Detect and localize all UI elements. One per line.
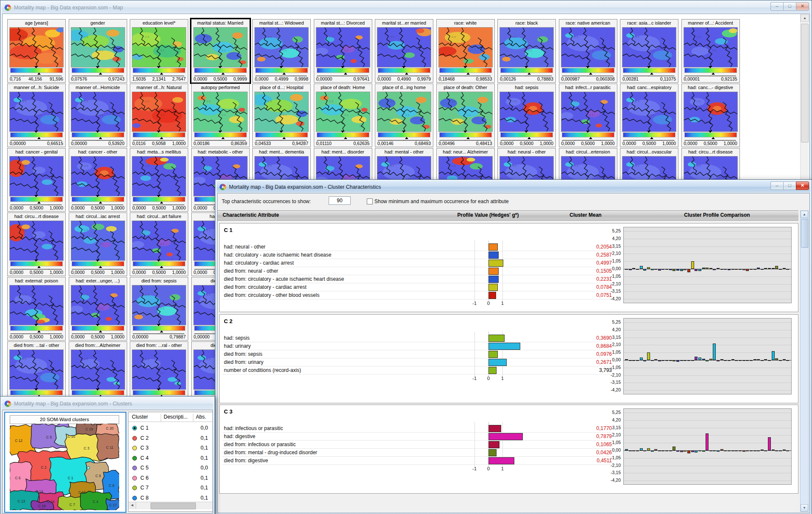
scrollbar-thumb[interactable] <box>801 219 809 248</box>
scale-value: 0,5000 <box>30 334 43 339</box>
som-map-tile[interactable]: manner of...: AccidentC 3C 1C 40,000010,… <box>681 19 740 83</box>
show-minmax-checkbox[interactable] <box>367 198 373 204</box>
cc-vertical-scrollbar[interactable]: ▲ ▼ <box>800 210 809 512</box>
som-map-tile[interactable]: had: infect...r parasiticC 3C 1C 40,0000… <box>559 84 617 147</box>
cluster-list-horizontal-scrollbar[interactable]: ◄ <box>128 502 213 509</box>
chart-ytick-label: 4,20 <box>589 327 621 332</box>
scroll-up-icon[interactable]: ▲ <box>801 211 808 218</box>
som-map-tile[interactable]: had: canc...- digestiveC 3C 1C 40,00000,… <box>681 84 740 147</box>
scroll-left-icon[interactable]: ◄ <box>128 502 136 509</box>
scroll-down-icon[interactable]: ▼ <box>801 504 808 511</box>
som-map-tile[interactable]: age [years]C 3C 1C 40,71646,15691,596 <box>7 19 66 83</box>
svg-text:C 3: C 3 <box>84 293 88 296</box>
som-map-tile[interactable]: had: cancer - otherC 3C 1C 40,00000,5000… <box>69 148 127 212</box>
som-map-tile[interactable]: autopsy performedC 3C 1C 40,001860,86359 <box>191 84 250 147</box>
som-map-tile[interactable]: had: canc...espiratoryC 3C 1C 40,00000,5… <box>620 84 678 147</box>
som-map-tile[interactable]: race: blackC 3C 1C 40,001260,78883 <box>497 19 556 83</box>
svg-text:C 3: C 3 <box>22 293 27 296</box>
svg-text:C 1: C 1 <box>160 243 165 245</box>
tile-title: autopsy performed <box>192 84 249 91</box>
scale-ruler <box>561 137 614 141</box>
scale-value: 1,0000 <box>540 141 553 146</box>
comparison-bar <box>672 269 675 271</box>
tile-title: place of d...ing home <box>375 84 433 91</box>
cc-window-titlebar[interactable]: Mortality map - Big Data expansion.som -… <box>217 181 810 193</box>
svg-text:C 4: C 4 <box>360 125 364 127</box>
cluster-list-row[interactable]: C 30,1 <box>128 443 213 453</box>
scale-ruler <box>132 137 185 141</box>
som-map-tile[interactable]: died from: sepsisC 3C 1C 40,000000,79887 <box>130 277 188 341</box>
minimize-button[interactable]: – <box>770 2 783 11</box>
som-map-tile[interactable]: marital st...: DivorcedC 3C 1C 40,000000… <box>314 19 372 83</box>
scale-marker-icon <box>157 131 160 134</box>
cluster-abs-value: 0,1 <box>201 485 213 491</box>
scroll-up-icon[interactable]: ▲ <box>801 14 809 22</box>
clusters-window-titlebar[interactable]: Mortality map - Big Data expansion.som -… <box>2 398 213 409</box>
som-map-tile[interactable]: died from:...AlzheimerC 3C 1C 40,00000,5… <box>69 341 127 405</box>
scale-value: 0,9979 <box>417 76 431 81</box>
cluster-list-row[interactable]: C 60,1 <box>128 473 213 483</box>
som-map-tile[interactable]: marital status: MarriedC 3C 1C 40,00000,… <box>191 19 250 83</box>
som-map-tile[interactable]: genderC 3C 1C 40,075760,97243 <box>69 19 127 83</box>
som-map-tile[interactable]: place of d...ing homeC 3C 1C 40,001460,6… <box>375 84 433 147</box>
comparison-bar <box>735 269 738 270</box>
som-map-tile[interactable]: marital st...er marriedC 3C 1C 40,00000,… <box>375 19 433 83</box>
minimize-button[interactable]: – <box>770 182 783 190</box>
cluster-list-row[interactable]: C 40,1 <box>128 453 213 463</box>
som-map-tile[interactable]: place of death: HomeC 3C 1C 40,011100,62… <box>314 84 372 147</box>
scale-value: 2,1341 <box>152 76 166 81</box>
som-map-tile[interactable]: had: exter...unger, ...)C 3C 1C 40,00000… <box>69 277 127 341</box>
scrollbar-thumb[interactable] <box>801 24 809 142</box>
scale-marker-icon <box>34 195 38 199</box>
scale-ruler <box>561 73 614 76</box>
som-map-tile[interactable]: manner of...HomicideC 3C 1C 40,000000,53… <box>69 84 127 147</box>
close-button[interactable]: ✕ <box>796 182 809 190</box>
color-scale-bar <box>439 132 492 137</box>
comparison-bar <box>654 359 657 360</box>
som-map-tile[interactable]: had: circul...iac arrestC 3C 1C 40,00000… <box>69 212 127 276</box>
som-map-tile[interactable]: had: sepsisC 3C 1C 40,00000,50001,0000 <box>497 84 556 147</box>
som-map-tile[interactable]: place of d...: HospitalC 3C 1C 40,045330… <box>252 84 311 147</box>
scale-value: 1,0000 <box>50 205 63 210</box>
close-button[interactable]: ✕ <box>796 2 809 11</box>
som-map-tile[interactable]: education level*C 3C 1C 41,50352,13412,7… <box>130 19 188 83</box>
tile-title: had: ment... dementia <box>253 148 310 156</box>
svg-text:C 4: C 4 <box>605 125 609 127</box>
scale-marker-icon <box>402 66 405 70</box>
cluster-list-row[interactable]: C 10,0 <box>128 423 213 433</box>
som-map-tile[interactable]: race: asia...c islanderC 3C 1C 40,002810… <box>620 19 678 83</box>
chart-gridline <box>624 458 791 458</box>
som-map-tile[interactable]: had: meta...s mellitusC 3C 1C 40,00000,5… <box>130 148 188 212</box>
som-map-tile[interactable]: had: external: poisonC 3C 1C 40,00000,50… <box>7 277 66 341</box>
som-map-tile[interactable]: had: circu...rt diseaseC 3C 1C 40,00000,… <box>7 212 66 276</box>
som-map-tile[interactable]: had: cancer - genitalC 3C 1C 40,00000,50… <box>7 148 66 212</box>
som-map-tile[interactable]: died from: ...ral - otherC 3C 1C 40,0000… <box>130 341 188 405</box>
occurrences-input[interactable] <box>329 196 351 205</box>
scale-value: 0,18468 <box>439 76 455 81</box>
som-map-tile[interactable]: died from: ...tal - otherC 3C 1C 40,0000… <box>7 341 66 405</box>
profile-value-bar <box>488 359 507 366</box>
cluster-list-row[interactable]: C 70,1 <box>128 483 213 493</box>
svg-text:C 3: C 3 <box>84 165 88 167</box>
component-heatmap: C 3C 1C 4 <box>561 92 615 132</box>
svg-text:C 3: C 3 <box>206 36 211 38</box>
maximize-button[interactable]: □ <box>783 2 796 11</box>
maximize-button[interactable]: □ <box>783 182 796 190</box>
profile-value-bar <box>488 433 523 440</box>
som-map-tile[interactable]: manner of...h: NaturalC 3C 1C 40,01160,5… <box>130 84 188 147</box>
som-map-tile[interactable]: had: circul...art failureC 3C 1C 40,0000… <box>130 212 188 276</box>
scale-values: 0,00000,50001,0000 <box>131 270 187 275</box>
scrollbar-thumb[interactable] <box>151 503 196 509</box>
cluster-list-row[interactable]: C 20,1 <box>128 433 213 443</box>
scale-value: 1,0000 <box>111 205 124 210</box>
map-window-titlebar[interactable]: Mortality map - Big Data expansion.som -… <box>2 2 810 13</box>
som-map-tile[interactable]: race: native americanC 3C 1C 40,0009870,… <box>559 19 617 83</box>
som-map-tile[interactable]: marital st...: WidowedC 3C 1C 40,00000,4… <box>252 19 311 83</box>
som-map-tile[interactable]: manner of...h: SuicideC 3C 1C 40,000000,… <box>7 84 66 147</box>
scale-values: 0,001260,78883 <box>499 76 554 81</box>
som-map-tile[interactable]: place of death: OtherC 3C 1C 40,004960,4… <box>436 84 495 147</box>
cluster-list-row[interactable]: C 50,0 <box>128 463 213 473</box>
som-ward-cluster-map[interactable]: C 12C 5C 10C 19C 20C 3C 11C 2C 6C 1C 9C … <box>10 424 119 510</box>
component-heatmap: C 3C 1C 4 <box>9 221 64 261</box>
som-map-tile[interactable]: race: whiteC 3C 1C 40,184680,98533 <box>436 19 495 83</box>
